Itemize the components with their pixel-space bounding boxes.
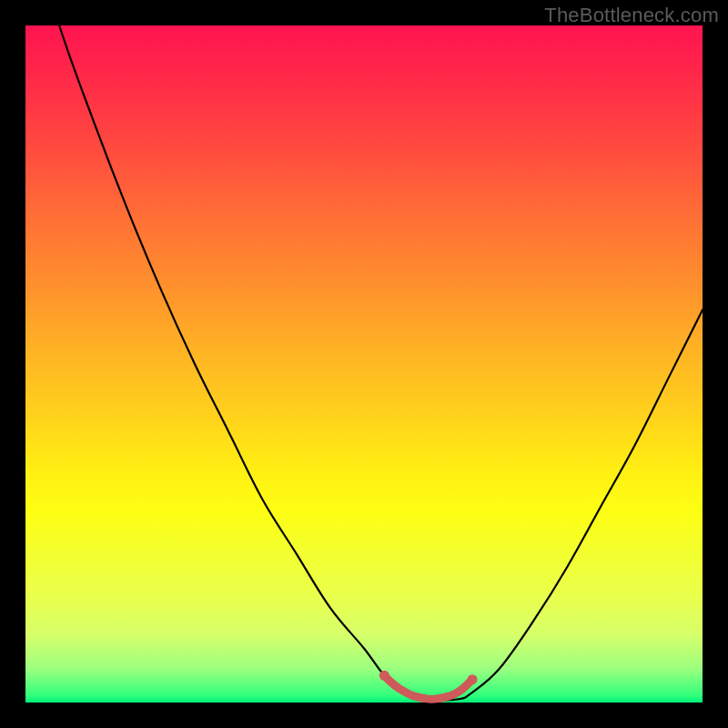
optimal-range-marker xyxy=(384,675,472,699)
watermark-text: TheBottleneck.com xyxy=(544,4,719,27)
marker-end-dot xyxy=(379,671,389,681)
bottleneck-curve xyxy=(25,0,703,700)
marker-end-dot xyxy=(468,674,478,684)
plot-area xyxy=(25,25,703,703)
curve-layer xyxy=(25,25,703,703)
chart-container: TheBottleneck.com xyxy=(0,0,728,728)
